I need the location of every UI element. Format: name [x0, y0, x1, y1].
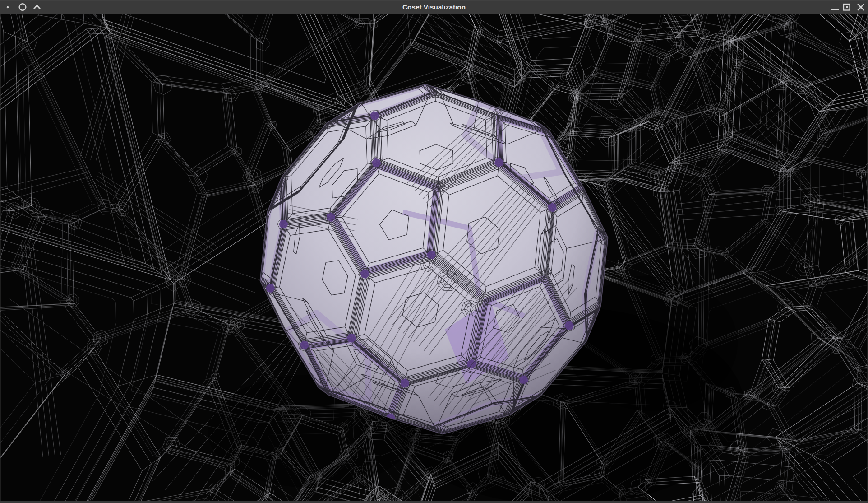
svg-text:Coset Visualization: Coset Visualization — [402, 3, 466, 11]
